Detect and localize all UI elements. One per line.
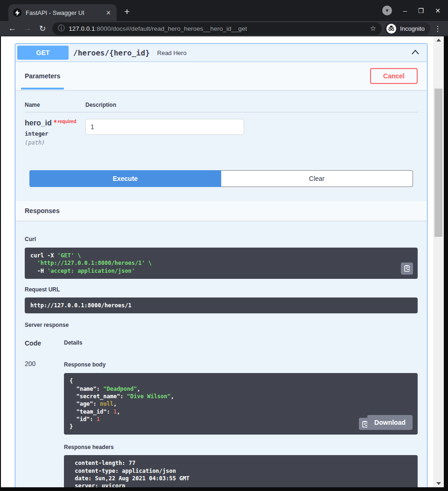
parameters-table-header: Name Description	[25, 102, 418, 112]
reload-icon[interactable]: ↻	[35, 24, 49, 34]
curl-command: curl -X 'GET' \ 'http://127.0.0.1:8000/h…	[25, 248, 418, 279]
response-headers: content-length: 77 content-type: applica…	[64, 455, 418, 487]
cancel-button[interactable]: Cancel	[370, 68, 418, 84]
response-headers-label: Response headers	[64, 444, 418, 450]
browser-toolbar: ← → ↻ ⓘ 127.0.0.1:8000/docs#/default/rea…	[0, 21, 448, 36]
scroll-up-arrow[interactable]	[433, 36, 444, 44]
site-info-icon[interactable]: ⓘ	[58, 24, 64, 33]
parameter-type: integer	[25, 131, 85, 137]
server-response-row: 200 Response body { "name": "Deadpond", …	[25, 360, 418, 487]
http-method-badge: GET	[17, 46, 69, 60]
curl-label: Curl	[25, 236, 36, 242]
parameters-tab[interactable]: Parameters	[25, 72, 60, 80]
column-name: Name	[25, 102, 85, 108]
responses-section-header: Responses	[15, 201, 427, 221]
column-description: Description	[85, 102, 116, 108]
opblock-get-read-hero: GET /heroes/{hero_id} Read Hero Paramete…	[15, 43, 427, 487]
minimize-button[interactable]: –	[403, 6, 407, 15]
parameter-value-cell	[85, 119, 244, 146]
parameter-location: (path)	[25, 139, 85, 146]
browser-menu-icon[interactable]: ⋮	[432, 24, 443, 33]
column-details: Details	[64, 339, 82, 347]
request-url-value: http://127.0.0.1:8000/heroes/1	[25, 297, 418, 313]
response-body-label: Response body	[64, 361, 105, 368]
forward-icon[interactable]: →	[20, 24, 35, 33]
url-text[interactable]: 127.0.0.1:8000/docs#/default/read_hero_h…	[69, 25, 366, 32]
tab-title: FastAPI - Swagger UI	[26, 9, 101, 16]
tab-strip: FastAPI - Swagger UI ✕ + ▼ – ❐ ✕	[0, 0, 448, 21]
window-close-button[interactable]: ✕	[435, 6, 441, 15]
responses-content: Curl curl -X 'GET' \ 'http://127.0.0.1:8…	[15, 221, 427, 487]
incognito-icon	[386, 24, 396, 34]
parameters-table: Name Description hero_id *required integ…	[15, 90, 427, 146]
bookmark-star-icon[interactable]: ☆	[370, 24, 376, 33]
required-label: required	[57, 119, 76, 124]
request-url-label: Request URL	[25, 286, 418, 293]
browser-window: FastAPI - Swagger UI ✕ + ▼ – ❐ ✕ ← → ↻ ⓘ…	[0, 0, 448, 491]
page-content: GET /heroes/{hero_id} Read Hero Paramete…	[1, 36, 433, 487]
parameter-meta: hero_id *required integer (path)	[25, 119, 85, 146]
parameter-row: hero_id *required integer (path)	[25, 112, 418, 146]
parameter-name: hero_id *required	[25, 119, 85, 127]
curl-copy-button[interactable]	[401, 263, 413, 275]
download-button[interactable]: Download	[367, 415, 413, 430]
endpoint-summary: Read Hero	[157, 49, 187, 56]
hero-id-input[interactable]	[85, 119, 244, 135]
parameter-name-text: hero_id	[25, 119, 52, 127]
window-controls: ▼ – ❐ ✕	[382, 6, 441, 15]
opblock-summary[interactable]: GET /heroes/{hero_id} Read Hero	[15, 44, 427, 62]
server-response-table-header: Code Details	[25, 339, 418, 347]
url-host: 127.0.0.1	[69, 25, 95, 32]
maximize-button[interactable]: ❐	[418, 6, 424, 15]
tab-search-icon[interactable]: ▼	[382, 6, 392, 15]
response-body: { "name": "Deadpond", "secret_name": "Di…	[64, 373, 418, 435]
url-path: :8000/docs#/default/read_hero_heroes__he…	[95, 25, 247, 32]
browser-chrome: FastAPI - Swagger UI ✕ + ▼ – ❐ ✕ ← → ↻ ⓘ…	[0, 0, 448, 36]
execute-button[interactable]: Execute	[29, 170, 221, 187]
active-tab-indicator	[21, 88, 64, 90]
incognito-label: Incognito	[400, 25, 425, 32]
server-response-label: Server response	[25, 322, 418, 328]
column-code: Code	[25, 339, 64, 347]
incognito-badge: Incognito	[385, 22, 430, 35]
page-scrollbar[interactable]	[433, 36, 444, 487]
status-code: 200	[25, 360, 64, 487]
url-bar[interactable]: ⓘ 127.0.0.1:8000/docs#/default/read_hero…	[52, 22, 382, 35]
parameters-section-header: Parameters Cancel	[15, 62, 427, 90]
browser-tab[interactable]: FastAPI - Swagger UI ✕	[8, 4, 117, 21]
endpoint-path: /heroes/{hero_id}	[73, 48, 150, 57]
fastapi-favicon-icon	[13, 8, 21, 17]
required-asterisk: *	[54, 119, 56, 127]
tab-close-icon[interactable]: ✕	[105, 9, 112, 16]
new-tab-button[interactable]: +	[124, 7, 130, 16]
clear-button[interactable]: Clear	[221, 170, 413, 187]
response-detail: Response body { "name": "Deadpond", "sec…	[64, 360, 418, 487]
scrollbar-thumb[interactable]	[434, 89, 442, 237]
scroll-down-arrow[interactable]	[433, 480, 444, 487]
responses-title: Responses	[25, 207, 60, 214]
execute-wrapper: Execute Clear	[15, 170, 427, 201]
back-icon[interactable]: ←	[5, 24, 20, 33]
collapse-chevron-icon[interactable]	[406, 46, 425, 60]
